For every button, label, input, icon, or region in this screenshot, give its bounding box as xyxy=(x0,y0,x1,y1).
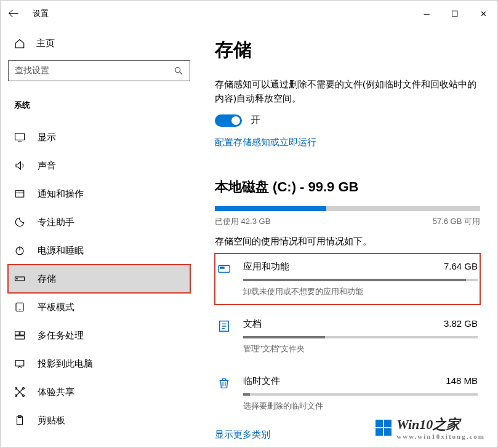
sidebar: 主页 查找设置 系统 显示 声音 通知和操作 专注助手 电源和睡眠 xyxy=(1,26,198,447)
nav-item-focus[interactable]: 专注助手 xyxy=(8,208,190,236)
category-bar xyxy=(243,279,478,281)
nav-label: 存储 xyxy=(38,273,56,285)
usage-desc: 存储空间的使用情况和可用情况如下。 xyxy=(215,236,480,247)
svg-point-9 xyxy=(17,278,18,279)
svg-rect-4 xyxy=(15,191,24,198)
storage-icon xyxy=(14,273,26,284)
home-link[interactable]: 主页 xyxy=(8,26,190,60)
storage-sense-toggle[interactable] xyxy=(215,114,242,127)
nav-label: 电源和睡眠 xyxy=(38,245,84,257)
nav-label: 显示 xyxy=(38,132,56,143)
watermark-url: www.win10xitong.com xyxy=(396,433,485,440)
category-label: 文档 xyxy=(243,318,262,330)
tablet-icon xyxy=(14,302,26,313)
multitask-icon xyxy=(14,330,26,341)
trash-icon xyxy=(217,375,232,412)
nav-item-notifications[interactable]: 通知和操作 xyxy=(8,180,190,208)
category-size: 7.64 GB xyxy=(444,261,478,273)
nav-label: 剪贴板 xyxy=(38,415,65,426)
minimize-button[interactable]: ─ xyxy=(412,4,441,23)
category-sub: 选择要删除的临时文件 xyxy=(243,401,478,412)
category-size: 148 MB xyxy=(446,375,478,387)
svg-rect-2 xyxy=(15,134,25,140)
category-documents[interactable]: 文档3.82 GB 管理"文档"文件夹 xyxy=(215,311,480,362)
svg-point-0 xyxy=(175,68,180,73)
nav-label: 体验共享 xyxy=(38,386,74,398)
nav-item-shared[interactable]: 体验共享 xyxy=(8,378,190,406)
category-apps[interactable]: 应用和功能7.64 GB 卸载未使用或不想要的应用和功能 xyxy=(215,254,480,305)
category-bar xyxy=(243,393,478,396)
maximize-button[interactable]: ☐ xyxy=(441,4,469,23)
nav-label: 通知和操作 xyxy=(38,188,84,200)
category-size: 3.82 GB xyxy=(444,318,478,330)
home-label: 主页 xyxy=(36,38,55,49)
nav-item-storage[interactable]: 存储 xyxy=(8,265,190,293)
apps-icon xyxy=(217,261,232,297)
search-input[interactable]: 查找设置 xyxy=(8,60,190,81)
nav-label: 专注助手 xyxy=(38,217,74,228)
nav-item-power[interactable]: 电源和睡眠 xyxy=(8,236,190,265)
nav-item-project[interactable]: 投影到此电脑 xyxy=(8,350,190,378)
watermark: Win10之家 www.win10xitong.com xyxy=(376,415,485,440)
page-title: 存储 xyxy=(215,38,480,63)
titlebar: 🡠 设置 ─ ☐ ✕ xyxy=(1,1,497,26)
nav-label: 平板模式 xyxy=(38,302,74,313)
svg-rect-26 xyxy=(222,267,224,268)
category-label: 应用和功能 xyxy=(243,261,289,273)
main-content: 存储 存储感知可以通过删除不需要的文件(例如临时文件和回收站中的内容)自动释放空… xyxy=(198,26,497,447)
nav-label: 投影到此电脑 xyxy=(38,358,93,370)
project-icon xyxy=(14,358,26,369)
disk-title: 本地磁盘 (C:) - 99.9 GB xyxy=(215,178,480,196)
disk-usage-bar xyxy=(215,206,480,211)
svg-rect-13 xyxy=(20,332,25,335)
group-label: 系统 xyxy=(8,94,190,123)
windows-logo-icon xyxy=(376,420,392,436)
nav-item-display[interactable]: 显示 xyxy=(8,123,190,151)
category-label: 临时文件 xyxy=(243,375,280,387)
display-icon xyxy=(14,132,26,143)
back-button[interactable]: 🡠 xyxy=(1,7,26,20)
svg-rect-14 xyxy=(15,336,25,339)
disk-free-label: 57.6 GB 可用 xyxy=(433,216,480,227)
documents-icon xyxy=(217,318,232,354)
category-sub: 卸载未使用或不想要的应用和功能 xyxy=(243,286,478,297)
svg-rect-25 xyxy=(220,267,222,268)
category-bar xyxy=(243,336,478,338)
svg-rect-12 xyxy=(15,332,20,335)
search-icon xyxy=(174,66,183,76)
nav-label: 多任务处理 xyxy=(38,330,84,342)
toggle-state-label: 开 xyxy=(251,114,260,127)
svg-rect-24 xyxy=(219,266,230,273)
category-temp[interactable]: 临时文件148 MB 选择要删除的临时文件 xyxy=(215,368,480,419)
clipboard-icon xyxy=(14,415,26,426)
shared-icon xyxy=(14,386,26,398)
nav-item-multitask[interactable]: 多任务处理 xyxy=(8,321,190,350)
watermark-brand: Win10之家 xyxy=(396,417,460,432)
notifications-icon xyxy=(14,188,26,199)
configure-link[interactable]: 配置存储感知或立即运行 xyxy=(215,137,480,148)
category-sub: 管理"文档"文件夹 xyxy=(243,343,478,354)
nav-item-sound[interactable]: 声音 xyxy=(8,151,190,180)
nav-item-clipboard[interactable]: 剪贴板 xyxy=(8,406,190,434)
focus-icon xyxy=(14,217,26,228)
power-icon xyxy=(14,245,26,256)
search-placeholder: 查找设置 xyxy=(15,65,49,76)
window-title: 设置 xyxy=(33,8,49,19)
close-button[interactable]: ✕ xyxy=(469,4,497,23)
sound-icon xyxy=(14,160,26,171)
nav-item-tablet[interactable]: 平板模式 xyxy=(8,293,190,321)
storage-sense-desc: 存储感知可以通过删除不需要的文件(例如临时文件和回收站中的内容)自动释放空间。 xyxy=(215,78,480,105)
disk-used-label: 已使用 42.3 GB xyxy=(215,216,270,227)
svg-line-1 xyxy=(180,72,182,74)
svg-rect-15 xyxy=(15,361,24,366)
disk-usage-fill xyxy=(215,206,326,211)
nav-label: 声音 xyxy=(38,160,56,172)
home-icon xyxy=(14,38,25,49)
